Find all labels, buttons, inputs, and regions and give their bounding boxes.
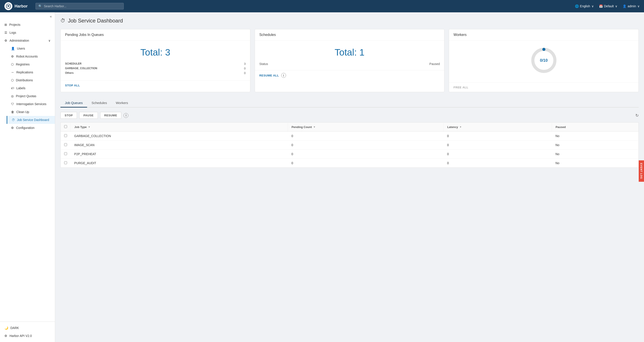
- pause-button[interactable]: PAUSE: [79, 112, 98, 119]
- pending-jobs-card-footer: STOP ALL: [61, 80, 250, 90]
- sidebar-item-logs[interactable]: ☰ Logs: [0, 29, 55, 36]
- interrogation-services-label: Interrogation Services: [16, 102, 46, 106]
- sidebar-item-labels[interactable]: 🏷 Labels: [6, 84, 55, 92]
- toolbar-info-icon[interactable]: ℹ: [124, 113, 128, 118]
- tab-workers-label: Workers: [116, 101, 128, 105]
- sidebar-section-administration[interactable]: ⚙ Administration ∨: [0, 36, 55, 44]
- logs-icon: ☰: [4, 31, 7, 34]
- row3-select[interactable]: [61, 159, 71, 168]
- cards-row: Pending Jobs In Queues Total: 3 SCHEDULE…: [60, 29, 639, 92]
- sidebar-item-dark-mode[interactable]: 🌙 DARK: [0, 324, 55, 332]
- table-head: Job Type ▼ Pending Count ▼ Latency: [61, 122, 639, 132]
- row1-checkbox[interactable]: [64, 143, 67, 146]
- registries-icon: ⬡: [11, 63, 14, 66]
- sidebar-item-distributions[interactable]: ⬡ Distributions: [6, 76, 55, 84]
- sidebar-item-users[interactable]: 👤 Users: [6, 44, 55, 52]
- main-content: ⏱ Job Service Dashboard Pending Jobs In …: [55, 12, 644, 342]
- row2-checkbox[interactable]: [64, 152, 67, 155]
- collapse-icon: «: [50, 14, 52, 18]
- resume-all-button[interactable]: RESUME ALL: [259, 74, 279, 77]
- row1-latency: 0: [444, 141, 552, 150]
- donut-text: 0/10: [540, 58, 548, 63]
- others-val: 0: [244, 71, 246, 75]
- others-key: Others: [65, 71, 74, 75]
- stop-all-button[interactable]: STOP ALL: [65, 84, 80, 87]
- timezone-chevron: ∨: [615, 4, 617, 8]
- app-name: Harbor: [14, 4, 28, 8]
- logs-label: Logs: [10, 31, 16, 34]
- sidebar-item-configuration[interactable]: ⚙ Configuration: [6, 124, 55, 132]
- users-label: Users: [17, 47, 25, 50]
- row1-select[interactable]: [61, 141, 71, 150]
- robot-accounts-icon: ⚙: [11, 55, 14, 58]
- event-log-label: EVENT LOG: [640, 163, 643, 179]
- page-icon: ⏱: [60, 18, 65, 23]
- table-toolbar: STOP PAUSE RESUME ℹ ↻: [60, 112, 639, 119]
- project-quotas-label: Project Quotas: [16, 94, 36, 98]
- select-all-checkbox[interactable]: [64, 125, 67, 128]
- table-row: GARBAGE_COLLECTION 0 0 No: [61, 132, 639, 141]
- row2-job-type: P2P_PREHEAT: [71, 150, 288, 159]
- tab-job-queues-label: Job Queues: [65, 101, 83, 105]
- row3-checkbox[interactable]: [64, 161, 67, 164]
- table-row: IMAGE_SCAN 0 0 No: [61, 141, 639, 150]
- tab-job-queues[interactable]: Job Queues: [60, 99, 87, 107]
- projects-icon: ⊞: [4, 23, 7, 26]
- timezone-selector[interactable]: 📅 Default ∨: [599, 4, 617, 8]
- labels-label: Labels: [16, 86, 25, 90]
- replications-icon: ↔: [11, 70, 14, 74]
- scheduler-val: 3: [244, 62, 246, 65]
- sidebar-item-registries[interactable]: ⬡ Registries: [6, 60, 55, 68]
- schedule-status-row: Status Paused: [259, 62, 440, 66]
- distributions-icon: ⬡: [11, 78, 14, 82]
- top-navigation: Harbor 🔍 Search Harbor... 🌐 English ∨ 📅 …: [0, 0, 644, 12]
- row0-checkbox[interactable]: [64, 134, 67, 137]
- table-body: GARBAGE_COLLECTION 0 0 No IMAGE_SCAN 0 0…: [61, 132, 639, 168]
- tab-workers[interactable]: Workers: [112, 99, 132, 107]
- status-key: Status: [259, 62, 268, 66]
- language-chevron: ∨: [592, 4, 594, 8]
- row2-pending-count: 0: [288, 150, 444, 159]
- sidebar-item-interrogation-services[interactable]: 🛡 Interrogation Services: [6, 100, 55, 108]
- row1-pending-count: 0: [288, 141, 444, 150]
- tab-schedules[interactable]: Schedules: [87, 99, 112, 107]
- search-bar[interactable]: 🔍 Search Harbor...: [36, 3, 124, 9]
- sidebar-item-harbor-api[interactable]: ⚙ Harbor API V2.0: [0, 332, 55, 340]
- dark-mode-label: DARK: [10, 326, 19, 330]
- page-title: Job Service Dashboard: [68, 18, 123, 24]
- pending-count-filter-icon[interactable]: ▼: [313, 126, 316, 128]
- pending-stat-gc: GARBAGE_COLLECTION 0: [65, 67, 246, 70]
- projects-label: Projects: [9, 23, 20, 26]
- sidebar-collapse-button[interactable]: «: [0, 12, 55, 21]
- sidebar-item-robot-accounts[interactable]: ⚙ Robot Accounts: [6, 52, 55, 60]
- search-placeholder: Search Harbor...: [44, 4, 66, 8]
- language-selector[interactable]: 🌐 English ∨: [575, 4, 594, 8]
- tab-schedules-label: Schedules: [92, 101, 107, 105]
- job-service-dashboard-icon: ⏱: [12, 118, 15, 122]
- job-type-filter-icon[interactable]: ▼: [88, 126, 90, 128]
- harbor-api-label: Harbor API V2.0: [10, 334, 32, 338]
- app-logo[interactable]: Harbor: [4, 2, 28, 10]
- sidebar-item-replications[interactable]: ↔ Replications: [6, 68, 55, 76]
- refresh-button[interactable]: ↻: [636, 113, 639, 118]
- row1-job-type: IMAGE_SCAN: [71, 141, 288, 150]
- sidebar-item-project-quotas[interactable]: ◎ Project Quotas: [6, 92, 55, 100]
- user-menu[interactable]: 👤 admin ∨: [622, 4, 640, 8]
- resume-all-info-icon[interactable]: ℹ: [281, 73, 286, 78]
- row2-latency: 0: [444, 150, 552, 159]
- svg-point-1: [8, 5, 9, 7]
- gc-val: 0: [244, 67, 246, 70]
- sidebar-item-job-service-dashboard[interactable]: ⏱ Job Service Dashboard: [6, 116, 55, 124]
- event-log-tab[interactable]: EVENT LOG: [639, 160, 644, 182]
- stop-button[interactable]: STOP: [60, 112, 77, 119]
- row0-select[interactable]: [61, 132, 71, 141]
- schedules-total: Total: 1: [259, 47, 440, 58]
- row2-select[interactable]: [61, 150, 71, 159]
- sidebar-item-clean-up[interactable]: 🗑 Clean Up: [6, 108, 55, 116]
- resume-button[interactable]: RESUME: [100, 112, 122, 119]
- users-icon: 👤: [11, 47, 15, 50]
- sidebar-item-projects[interactable]: ⊞ Projects: [0, 21, 55, 29]
- latency-filter-icon[interactable]: ▼: [460, 126, 462, 128]
- free-all-button[interactable]: FREE ALL: [454, 86, 468, 89]
- select-all-header[interactable]: [61, 122, 71, 132]
